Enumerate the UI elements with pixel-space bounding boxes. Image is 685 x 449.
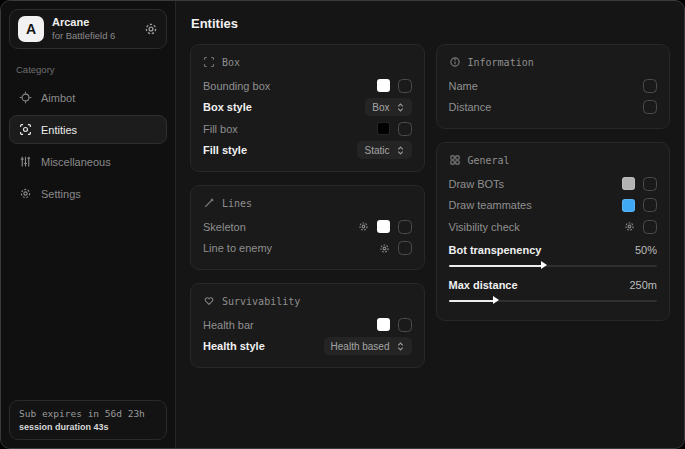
setting-row-fill-box: Fill box	[203, 118, 412, 140]
sidebar-item-miscellaneous[interactable]: Miscellaneous	[9, 147, 167, 176]
color-swatch[interactable]	[377, 79, 390, 92]
main-content: Entities Box B	[176, 1, 684, 448]
color-swatch[interactable]	[377, 220, 390, 233]
box-style-dropdown[interactable]: Box	[365, 98, 411, 116]
gear-icon[interactable]	[624, 221, 635, 232]
box-brackets-icon	[203, 56, 215, 68]
sidebar-item-label: Entities	[41, 124, 77, 136]
sidebar-item-label: Miscellaneous	[41, 156, 111, 168]
app-subtitle: for Battlefield 6	[52, 30, 115, 42]
sidebar-item-aimbot[interactable]: Aimbot	[9, 83, 167, 112]
setting-row-line-to-enemy: Line to enemy	[203, 238, 412, 260]
gear-icon[interactable]	[144, 22, 158, 36]
bot-transparency-slider[interactable]	[449, 265, 658, 267]
setting-row-box-style: Box style Box	[203, 97, 412, 119]
scan-eye-icon	[19, 123, 32, 136]
panel-title: Box	[222, 57, 240, 68]
max-distance-slider[interactable]	[449, 300, 658, 302]
setting-label: Draw teammates	[449, 199, 532, 211]
slider-fill	[449, 300, 495, 302]
panel-title: Lines	[222, 198, 252, 209]
checkbox[interactable]	[398, 220, 412, 234]
checkbox[interactable]	[398, 241, 412, 255]
setting-label: Max distance	[449, 279, 518, 291]
checkbox[interactable]	[643, 79, 657, 93]
setting-label: Health bar	[203, 319, 254, 331]
app-name: Arcane	[52, 16, 115, 30]
checkbox[interactable]	[398, 122, 412, 136]
setting-row-draw-teammates: Draw teammates	[449, 195, 658, 217]
setting-row-bounding-box: Bounding box	[203, 75, 412, 97]
chevron-up-down-icon	[396, 342, 405, 351]
setting-row-max-distance: Max distance 250m	[449, 275, 658, 295]
crosshair-icon	[19, 91, 32, 104]
color-swatch[interactable]	[622, 177, 635, 190]
subscription-card: Sub expires in 56d 23h session duration …	[9, 400, 167, 440]
setting-label: Visibility check	[449, 221, 520, 233]
panel-lines-header: Lines	[203, 197, 412, 209]
setting-label: Health style	[203, 340, 265, 352]
chevron-up-down-icon	[396, 103, 405, 112]
setting-row-health-style: Health style Health based	[203, 336, 412, 358]
color-swatch[interactable]	[377, 122, 390, 135]
dropdown-value: Static	[364, 145, 389, 156]
setting-row-bot-transparency: Bot transpenency 50%	[449, 240, 658, 260]
setting-row-draw-bots: Draw BOTs	[449, 173, 658, 195]
checkbox[interactable]	[643, 220, 657, 234]
gear-icon	[19, 187, 32, 200]
slider-value: 50%	[635, 244, 657, 256]
setting-label: Fill style	[203, 144, 247, 156]
color-swatch[interactable]	[622, 199, 635, 212]
app-header-card: A Arcane for Battlefield 6	[9, 9, 167, 49]
sidebar-item-entities[interactable]: Entities	[9, 115, 167, 144]
sidebar-item-settings[interactable]: Settings	[9, 179, 167, 208]
color-swatch[interactable]	[377, 318, 390, 331]
checkbox[interactable]	[643, 100, 657, 114]
checkbox[interactable]	[643, 198, 657, 212]
setting-label: Bounding box	[203, 80, 270, 92]
checkbox[interactable]	[398, 79, 412, 93]
chevron-up-down-icon	[396, 146, 405, 155]
panel-box-header: Box	[203, 56, 412, 68]
panel-box: Box Bounding box Box style Box	[190, 44, 425, 172]
slider-thumb[interactable]	[541, 261, 547, 269]
panel-general-header: General	[449, 154, 658, 166]
panel-title: General	[468, 155, 510, 166]
dropdown-value: Health based	[331, 341, 390, 352]
setting-label: Draw BOTs	[449, 178, 505, 190]
setting-label: Box style	[203, 101, 252, 113]
gear-icon[interactable]	[379, 243, 390, 254]
health-style-dropdown[interactable]: Health based	[324, 337, 412, 355]
right-column: Information Name Distance	[436, 44, 671, 368]
panel-survivability: Survivability Health bar Health style	[190, 283, 425, 368]
sliders-icon	[19, 155, 32, 168]
left-column: Box Bounding box Box style Box	[190, 44, 425, 368]
setting-row-name: Name	[449, 75, 658, 97]
setting-label: Name	[449, 80, 478, 92]
panel-title: Information	[468, 57, 534, 68]
panel-information: Information Name Distance	[436, 44, 671, 129]
dropdown-value: Box	[372, 102, 389, 113]
panel-information-header: Information	[449, 56, 658, 68]
heart-icon	[203, 295, 215, 307]
sidebar-item-label: Aimbot	[41, 92, 75, 104]
panel-lines: Lines Skeleton	[190, 185, 425, 270]
info-icon	[449, 56, 461, 68]
gear-icon[interactable]	[358, 221, 369, 232]
session-duration-text: session duration 43s	[19, 422, 157, 432]
setting-label: Distance	[449, 101, 492, 113]
slider-value: 250m	[629, 279, 657, 291]
setting-label: Fill box	[203, 123, 238, 135]
app-logo: A	[18, 16, 44, 42]
category-label: Category	[16, 64, 160, 75]
page-title: Entities	[191, 16, 670, 31]
grid-icon	[449, 154, 461, 166]
panel-title: Survivability	[222, 296, 300, 307]
setting-label: Line to enemy	[203, 242, 272, 254]
sidebar-item-label: Settings	[41, 188, 81, 200]
checkbox[interactable]	[398, 318, 412, 332]
slider-thumb[interactable]	[493, 296, 499, 304]
checkbox[interactable]	[643, 177, 657, 191]
fill-style-dropdown[interactable]: Static	[357, 141, 411, 159]
panel-general: General Draw BOTs Draw teammates	[436, 142, 671, 321]
